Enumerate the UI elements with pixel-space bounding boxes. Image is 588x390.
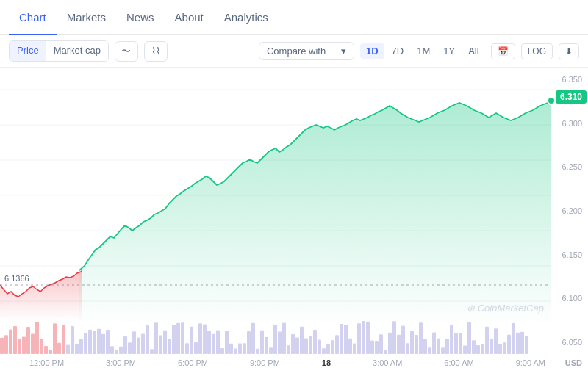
svg-rect-116 [463, 345, 467, 354]
svg-rect-107 [423, 339, 427, 354]
tab-about[interactable]: About [165, 0, 214, 35]
marketcap-button[interactable]: Market cap [46, 41, 108, 60]
svg-rect-126 [507, 335, 511, 354]
svg-rect-52 [181, 322, 184, 354]
svg-point-10 [548, 97, 555, 104]
svg-rect-102 [401, 325, 405, 354]
x-label-5: 3:00 AM [373, 358, 402, 367]
svg-rect-31 [88, 330, 92, 354]
x-label-1: 3:00 PM [106, 358, 136, 367]
svg-rect-83 [318, 340, 321, 354]
svg-rect-27 [71, 326, 74, 354]
svg-rect-32 [93, 331, 96, 354]
log-button[interactable]: LOG [521, 43, 553, 59]
svg-rect-69 [256, 349, 259, 354]
svg-rect-95 [370, 341, 374, 354]
svg-rect-64 [234, 348, 237, 354]
nav-tabs: Chart Markets News About Analytics [0, 0, 588, 35]
svg-rect-30 [84, 333, 87, 354]
svg-rect-98 [384, 350, 387, 354]
svg-rect-22 [49, 350, 52, 354]
svg-rect-94 [366, 322, 370, 354]
svg-rect-23 [53, 323, 57, 354]
svg-rect-68 [251, 323, 255, 354]
svg-rect-62 [225, 331, 229, 354]
svg-rect-18 [31, 334, 35, 354]
currency-label: USD [551, 358, 588, 367]
svg-rect-65 [238, 344, 242, 354]
time-all[interactable]: All [462, 43, 484, 59]
price-marketcap-toggle: Price Market cap [9, 40, 109, 61]
svg-rect-35 [106, 330, 110, 354]
calendar-button[interactable]: 📅 [491, 43, 515, 59]
compare-dropdown[interactable]: Compare with ▾ [259, 42, 354, 60]
line-chart-icon[interactable]: 〜 [115, 41, 138, 62]
svg-rect-60 [216, 331, 220, 354]
svg-rect-96 [375, 341, 379, 354]
svg-rect-26 [66, 345, 70, 354]
svg-rect-14 [13, 326, 17, 354]
svg-rect-130 [525, 336, 528, 354]
svg-rect-61 [220, 348, 224, 354]
svg-rect-59 [212, 334, 215, 354]
svg-rect-108 [428, 347, 431, 354]
svg-rect-17 [26, 327, 30, 354]
svg-rect-63 [229, 344, 233, 354]
svg-rect-80 [304, 339, 308, 354]
volume-bars-svg: // Volume bars will be generated below [0, 317, 551, 354]
svg-rect-115 [459, 333, 462, 354]
svg-rect-117 [467, 322, 471, 354]
time-1d[interactable]: 1D [360, 43, 384, 59]
svg-rect-105 [415, 335, 418, 354]
svg-rect-82 [313, 330, 317, 354]
svg-rect-118 [472, 340, 476, 354]
download-button[interactable]: ⬇ [559, 43, 579, 59]
svg-rect-114 [454, 333, 458, 354]
svg-rect-120 [481, 344, 484, 354]
svg-rect-25 [62, 325, 65, 354]
svg-rect-55 [194, 342, 198, 354]
price-button[interactable]: Price [10, 41, 46, 60]
svg-rect-47 [159, 336, 162, 354]
svg-rect-119 [476, 345, 480, 354]
svg-rect-101 [397, 335, 401, 354]
svg-rect-41 [132, 331, 136, 354]
svg-rect-78 [295, 338, 299, 354]
svg-rect-16 [22, 336, 26, 354]
time-1m[interactable]: 1M [411, 43, 436, 59]
svg-rect-129 [520, 332, 524, 354]
low-price-label: 6.1366 [4, 274, 29, 283]
svg-rect-45 [150, 349, 154, 354]
svg-rect-44 [146, 325, 149, 354]
svg-rect-51 [176, 323, 180, 354]
tab-chart[interactable]: Chart [9, 0, 57, 35]
time-7d[interactable]: 7D [386, 43, 410, 59]
svg-rect-40 [128, 342, 132, 354]
svg-rect-113 [450, 325, 453, 354]
time-1y[interactable]: 1Y [437, 43, 461, 59]
svg-rect-58 [207, 331, 211, 354]
svg-rect-71 [265, 337, 268, 354]
tab-news[interactable]: News [116, 0, 165, 35]
svg-rect-11 [0, 338, 4, 354]
svg-rect-33 [97, 329, 101, 354]
current-price-badge: 6.310 [556, 90, 587, 104]
svg-rect-128 [516, 333, 520, 354]
svg-rect-97 [379, 334, 383, 354]
chart-container: 6.350 6.300 6.250 6.200 6.150 6.100 6.05… [0, 68, 588, 354]
tab-analytics[interactable]: Analytics [214, 0, 279, 35]
candle-chart-icon[interactable]: ⌇⌇ [144, 41, 168, 62]
svg-rect-39 [123, 336, 127, 354]
svg-rect-54 [190, 327, 193, 354]
svg-rect-99 [388, 333, 392, 354]
x-label-3: 9:00 PM [250, 358, 280, 367]
svg-rect-125 [503, 342, 506, 354]
svg-rect-121 [485, 327, 489, 354]
svg-rect-46 [154, 322, 158, 354]
svg-rect-103 [406, 343, 409, 354]
toolbar: Price Market cap 〜 ⌇⌇ Compare with ▾ 1D … [0, 35, 588, 68]
x-label-4: 18 [322, 358, 331, 367]
svg-rect-13 [9, 329, 12, 354]
tab-markets[interactable]: Markets [57, 0, 116, 35]
svg-rect-29 [79, 339, 83, 354]
